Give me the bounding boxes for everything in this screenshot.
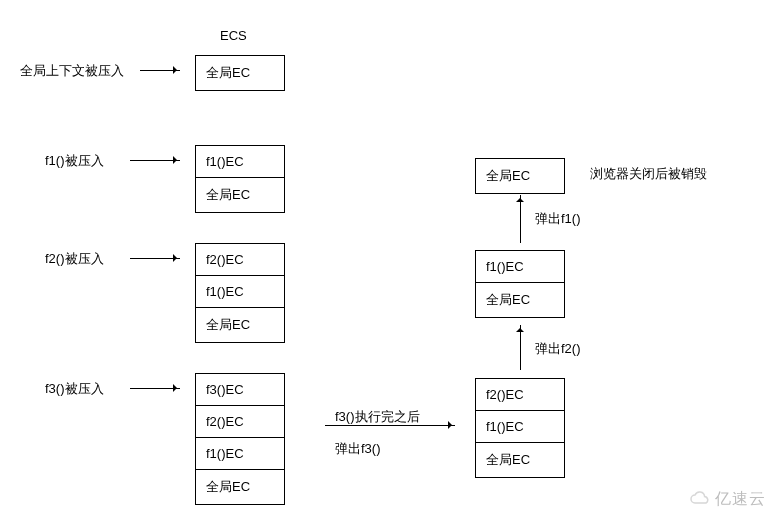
stack-frame: f2()EC — [195, 243, 285, 276]
stack-global: 全局EC — [195, 55, 285, 91]
label-pop-f2: 弹出f2() — [535, 340, 581, 358]
label-pop-f3: 弹出f3() — [335, 440, 381, 458]
stack-frame: f1()EC — [195, 275, 285, 308]
stack-frame: f1()EC — [475, 410, 565, 443]
stack-frame: f2()EC — [195, 405, 285, 438]
stack-frame: f1()EC — [195, 437, 285, 470]
watermark: 亿速云 — [689, 489, 766, 510]
arrow-up-icon — [520, 195, 521, 243]
stack-frame: 全局EC — [475, 442, 565, 478]
label-push-f1: f1()被压入 — [45, 152, 104, 170]
arrow-right-icon — [325, 425, 455, 426]
stack-frame: f2()EC — [475, 378, 565, 411]
label-browser-destroy: 浏览器关闭后被销毁 — [590, 165, 707, 183]
stack-f1: f1()EC 全局EC — [195, 145, 285, 213]
stack-frame: 全局EC — [195, 307, 285, 343]
stack-frame: 全局EC — [475, 282, 565, 318]
arrow-right-icon — [130, 388, 180, 389]
stack-after-pop-f3: f2()EC f1()EC 全局EC — [475, 378, 565, 478]
arrow-right-icon — [130, 258, 180, 259]
arrow-up-icon — [520, 325, 521, 370]
watermark-text: 亿速云 — [715, 489, 766, 510]
stack-f2: f2()EC f1()EC 全局EC — [195, 243, 285, 343]
stack-frame: f1()EC — [195, 145, 285, 178]
stack-frame: f1()EC — [475, 250, 565, 283]
header-title: ECS — [220, 28, 247, 43]
stack-frame: 全局EC — [195, 469, 285, 505]
stack-frame: 全局EC — [195, 55, 285, 91]
arrow-right-icon — [140, 70, 180, 71]
label-push-f2: f2()被压入 — [45, 250, 104, 268]
label-pop-f1: 弹出f1() — [535, 210, 581, 228]
stack-frame: f3()EC — [195, 373, 285, 406]
label-after-f3: f3()执行完之后 — [335, 408, 420, 426]
stack-frame: 全局EC — [475, 158, 565, 194]
stack-after-pop-f2: f1()EC 全局EC — [475, 250, 565, 318]
stack-final-global: 全局EC — [475, 158, 565, 194]
label-push-f3: f3()被压入 — [45, 380, 104, 398]
stack-f3: f3()EC f2()EC f1()EC 全局EC — [195, 373, 285, 505]
cloud-icon — [689, 491, 711, 509]
stack-frame: 全局EC — [195, 177, 285, 213]
label-push-global: 全局上下文被压入 — [20, 62, 124, 80]
arrow-right-icon — [130, 160, 180, 161]
